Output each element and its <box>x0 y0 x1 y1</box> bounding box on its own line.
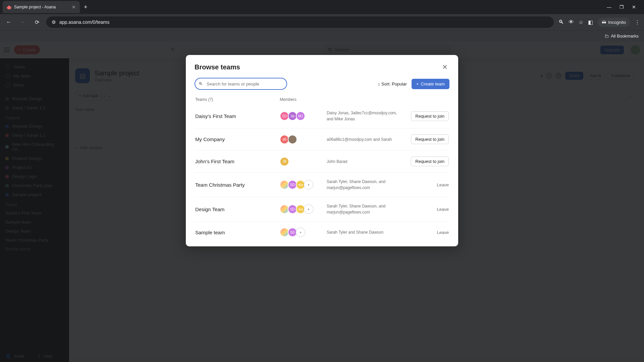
member-avatars: DJ3aMJ <box>280 111 327 121</box>
create-team-label: Create team <box>421 81 445 86</box>
browser-chrome: Sample project - Asana ✕ + — ❐ ✕ ← → ⟳ ⚙… <box>0 0 644 42</box>
team-row[interactable]: John's First Team JB John Barad Request … <box>195 150 449 173</box>
team-row[interactable]: Design Team SDma+ Sarah Tyler, Shane Daw… <box>195 197 449 222</box>
teams-column-header: Teams (7) <box>195 97 280 102</box>
team-search-input[interactable] <box>195 78 287 90</box>
team-row[interactable]: Daisy's First Team DJ3aMJ Daisy Jonas, 3… <box>195 104 449 128</box>
incognito-badge[interactable]: 🕶 Incognito <box>598 18 630 27</box>
members-description: Sarah Tyler and Shane Dawson <box>327 229 405 235</box>
close-window-icon[interactable]: ✕ <box>632 4 636 10</box>
sort-dropdown[interactable]: ↕ Sort: Popular <box>378 81 407 86</box>
asana-favicon <box>7 5 11 9</box>
team-name: John's First Team <box>195 159 280 164</box>
all-bookmarks-button[interactable]: 🗀 All Bookmarks <box>604 34 639 39</box>
sidepanel-icon[interactable]: ◧ <box>588 19 593 25</box>
members-description: Daisy Jonas, 3a8ec7cc@moodjoy.com, and M… <box>327 110 405 122</box>
browser-toolbar: ← → ⟳ ⚙ app.asana.com/0/teams 🔍︎ 👁 ☆ ◧ 🕶… <box>0 14 644 30</box>
team-row[interactable]: My Company a0 a06a86c1@moodjoy.com and S… <box>195 128 449 150</box>
sort-icon: ↕ <box>378 81 380 86</box>
folder-icon: 🗀 <box>604 34 609 39</box>
leave-button[interactable]: Leave <box>437 207 449 212</box>
new-tab-button[interactable]: + <box>84 4 88 11</box>
request-to-join-button[interactable]: Request to join <box>411 134 449 144</box>
create-team-button[interactable]: + Create team <box>412 79 449 89</box>
tab-strip: Sample project - Asana ✕ + — ❐ ✕ <box>0 0 644 14</box>
close-modal-button[interactable]: ✕ <box>440 62 449 72</box>
member-avatars: a0 <box>280 135 327 144</box>
window-controls: — ❐ ✕ <box>607 4 641 10</box>
bookmarks-bar: 🗀 All Bookmarks <box>0 30 644 42</box>
search-icon: 🔍︎ <box>199 81 203 86</box>
request-to-join-button[interactable]: Request to join <box>411 111 449 121</box>
member-avatars: SD+ <box>280 228 327 237</box>
team-row[interactable]: Team Christmas Party SDma+ Sarah Tyler, … <box>195 173 449 197</box>
members-description: Sarah Tyler, Shane Dawson, and marjun@pa… <box>327 179 405 191</box>
url-text: app.asana.com/0/teams <box>59 19 109 25</box>
team-name: My Company <box>195 136 280 142</box>
browse-teams-modal: Browse teams ✕ 🔍︎ ↕ Sort: Popular + Crea… <box>186 55 458 246</box>
add-member-icon[interactable]: + <box>296 228 305 237</box>
members-description: John Barad <box>327 159 405 165</box>
member-avatar: MJ <box>296 111 305 121</box>
member-avatar <box>288 135 297 144</box>
forward-button[interactable]: → <box>18 17 28 27</box>
url-bar[interactable]: ⚙ app.asana.com/0/teams <box>46 16 554 28</box>
all-bookmarks-label: All Bookmarks <box>611 34 639 39</box>
search-icon[interactable]: 🔍︎ <box>558 19 564 25</box>
member-avatars: SDma+ <box>280 180 327 189</box>
member-avatar: JB <box>280 157 289 166</box>
close-tab-icon[interactable]: ✕ <box>72 4 76 10</box>
browser-tab[interactable]: Sample project - Asana ✕ <box>3 1 80 13</box>
bookmark-star-icon[interactable]: ☆ <box>579 19 583 25</box>
team-name: Team Christmas Party <box>195 182 280 188</box>
leave-button[interactable]: Leave <box>437 230 449 235</box>
minimize-icon[interactable]: — <box>607 4 611 10</box>
members-description: Sarah Tyler, Shane Dawson, and marjun@pa… <box>327 203 405 215</box>
modal-title: Browse teams <box>195 63 240 71</box>
member-avatars: SDma+ <box>280 204 327 214</box>
members-description: a06a86c1@moodjoy.com and Sarah <box>327 136 405 142</box>
team-name: Sample team <box>195 230 280 235</box>
incognito-label: Incognito <box>608 20 626 25</box>
add-member-icon[interactable]: + <box>304 180 313 189</box>
team-name: Daisy's First Team <box>195 113 280 119</box>
plus-icon: + <box>416 81 419 86</box>
incognito-icon: 🕶 <box>602 20 606 25</box>
reload-button[interactable]: ⟳ <box>32 17 42 27</box>
member-avatars: JB <box>280 157 327 166</box>
request-to-join-button[interactable]: Request to join <box>411 157 449 166</box>
site-settings-icon[interactable]: ⚙ <box>52 19 56 25</box>
back-button[interactable]: ← <box>4 17 13 27</box>
maximize-icon[interactable]: ❐ <box>620 4 624 10</box>
tab-title: Sample project - Asana <box>14 5 56 9</box>
team-name: Design Team <box>195 206 280 212</box>
sort-label: Sort: Popular <box>381 81 407 86</box>
add-member-icon[interactable]: + <box>304 204 313 214</box>
members-column-header: Members <box>280 97 449 102</box>
team-row[interactable]: Sample team SD+ Sarah Tyler and Shane Da… <box>195 222 449 243</box>
modal-overlay[interactable]: Browse teams ✕ 🔍︎ ↕ Sort: Popular + Crea… <box>0 42 644 362</box>
browser-menu-icon[interactable]: ⋮ <box>635 19 640 25</box>
leave-button[interactable]: Leave <box>437 182 449 187</box>
teams-list[interactable]: Daisy's First Team DJ3aMJ Daisy Jonas, 3… <box>195 104 449 243</box>
eye-off-icon[interactable]: 👁 <box>569 19 574 25</box>
